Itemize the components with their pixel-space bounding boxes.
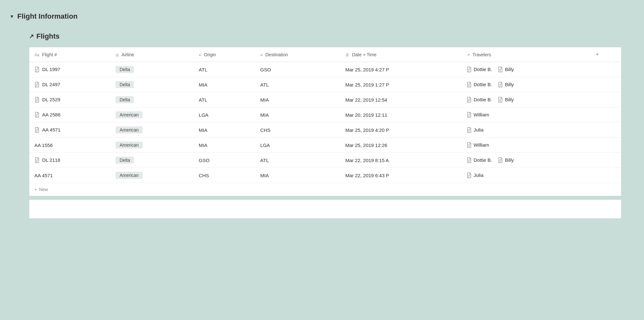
origin-value: LGA <box>199 112 208 118</box>
traveler-name: Dottie B. <box>474 82 492 87</box>
destination-value: MIA <box>260 173 269 178</box>
cell-travelers: William <box>461 107 591 123</box>
table-row[interactable]: DL 2118 DeltaGSOATLMar 22, 2019 8:15 A D… <box>29 153 621 168</box>
cell-airline: American <box>110 168 194 183</box>
table-row[interactable]: DL 2497 DeltaMIAATLMar 25, 2019 1:27 P D… <box>29 77 621 92</box>
traveler-name: Dottie B. <box>474 97 492 102</box>
traveler-name: Billy <box>505 67 514 72</box>
cell-add <box>591 62 621 77</box>
traveler-doc-icon <box>467 142 472 148</box>
airline-badge: Delta <box>116 81 134 88</box>
cell-travelers: Dottie B. Billy <box>461 62 591 77</box>
doc-icon <box>34 127 40 133</box>
traveler-item: William <box>467 142 489 148</box>
flights-title: ↗ Flights <box>29 32 621 41</box>
datetime-value: Mar 25, 2019 4:27 P <box>346 67 389 72</box>
traveler-name: Billy <box>505 82 514 87</box>
table-row[interactable]: AA 2586 AmericanLGAMIAMar 20, 2019 12:11… <box>29 107 621 123</box>
airline-badge: Delta <box>116 157 134 164</box>
flights-table: Aa Flight # ◎ Airline ≡ Origin ≡ <box>29 47 621 183</box>
cell-add <box>591 77 621 92</box>
doc-icon <box>34 97 40 103</box>
cell-destination: LGA <box>255 138 340 153</box>
cell-datetime: Mar 25, 2019 12:26 <box>340 138 461 153</box>
cell-airline: Delta <box>110 77 194 92</box>
doc-icon <box>34 157 40 163</box>
cell-add <box>591 92 621 107</box>
destination-value: CHS <box>260 127 270 133</box>
cell-add <box>591 107 621 123</box>
page-container: ▼ Flight Information ↗ Flights Aa Flight… <box>0 0 644 235</box>
origin-value: MIA <box>199 142 207 148</box>
flight-num-value: DL 2118 <box>42 157 60 163</box>
destination-value: LGA <box>260 142 270 148</box>
destination-value: ATL <box>260 158 269 163</box>
flight-num-value: AA 4571 <box>34 173 53 178</box>
table-row[interactable]: AA 4571 AmericanMIACHSMar 25, 2019 4:20 … <box>29 123 621 138</box>
cell-flight-num: DL 2529 <box>29 92 110 107</box>
cell-airline: Delta <box>110 92 194 107</box>
datetime-value: Mar 25, 2019 4:20 P <box>346 127 389 133</box>
destination-value: GSO <box>260 67 271 72</box>
origin-value: GSO <box>199 158 209 163</box>
cell-flight-num: DL 2118 <box>29 153 110 168</box>
table-row[interactable]: DL 1997 DeltaATLGSOMar 25, 2019 4:27 P D… <box>29 62 621 77</box>
table-row[interactable]: AA 4571AmericanCHSMIAMar 22, 2019 6:43 P… <box>29 168 621 183</box>
new-row-label: New <box>39 187 48 192</box>
cell-airline: American <box>110 138 194 153</box>
table-header: Aa Flight # ◎ Airline ≡ Origin ≡ <box>29 47 621 62</box>
traveler-name: Julia <box>474 127 484 133</box>
col-header-travelers[interactable]: ↗ Travelers <box>461 47 591 62</box>
flights-heading: Flights <box>36 32 60 41</box>
col-header-airline[interactable]: ◎ Airline <box>110 47 194 62</box>
cell-add <box>591 153 621 168</box>
col-header-datetime[interactable]: 🗓 Date + Time <box>340 47 461 62</box>
traveler-item: Billy <box>498 157 514 163</box>
col-header-destination[interactable]: ≡ Destination <box>255 47 340 62</box>
text-format-icon: Aa <box>34 53 39 57</box>
traveler-doc-icon <box>467 67 472 72</box>
col-label-origin: Origin <box>204 52 216 57</box>
flight-num-value: AA 1556 <box>34 142 53 148</box>
traveler-item: Julia <box>467 172 484 178</box>
traveler-doc-icon <box>467 97 472 103</box>
traveler-item: Dottie B. <box>467 157 492 163</box>
cell-travelers: Dottie B. Billy <box>461 153 591 168</box>
col-header-origin[interactable]: ≡ Origin <box>194 47 255 62</box>
flight-num-value: DL 2497 <box>42 82 60 87</box>
cell-travelers: William <box>461 138 591 153</box>
cell-destination: ATL <box>255 77 340 92</box>
airline-badge: American <box>116 126 142 133</box>
table-body: DL 1997 DeltaATLGSOMar 25, 2019 4:27 P D… <box>29 62 621 183</box>
airline-badge: American <box>116 142 142 149</box>
section-title: Flight Information <box>17 12 78 21</box>
cell-datetime: Mar 25, 2019 4:27 P <box>340 62 461 77</box>
airline-badge: American <box>116 172 142 179</box>
cell-destination: GSO <box>255 62 340 77</box>
cell-origin: ATL <box>194 62 255 77</box>
cell-add <box>591 138 621 153</box>
section-header[interactable]: ▼ Flight Information <box>10 6 634 26</box>
cell-destination: CHS <box>255 123 340 138</box>
origin-value: CHS <box>199 173 209 178</box>
datetime-value: Mar 25, 2019 1:27 P <box>346 82 389 87</box>
traveler-item: Billy <box>498 97 514 103</box>
traveler-item: William <box>467 112 489 118</box>
cell-travelers: Dottie B. Billy <box>461 92 591 107</box>
table-row[interactable]: AA 1556AmericanMIALGAMar 25, 2019 12:26 … <box>29 138 621 153</box>
cell-origin: MIA <box>194 138 255 153</box>
traveler-name: William <box>474 142 489 148</box>
traveler-doc-icon <box>467 112 472 118</box>
destination-value: MIA <box>260 112 269 118</box>
origin-value: MIA <box>199 82 207 87</box>
add-column-button[interactable]: + <box>591 47 621 62</box>
table-row[interactable]: DL 2529 DeltaATLMIAMar 22, 2019 12:54 Do… <box>29 92 621 107</box>
col-header-flight-num[interactable]: Aa Flight # <box>29 47 110 62</box>
new-row-button[interactable]: + New <box>29 183 621 196</box>
traveler-name: Dottie B. <box>474 157 492 163</box>
cell-origin: ATL <box>194 92 255 107</box>
cell-datetime: Mar 25, 2019 4:20 P <box>340 123 461 138</box>
airline-badge: Delta <box>116 96 134 103</box>
flight-num-value: DL 1997 <box>42 67 60 72</box>
flights-section: ↗ Flights Aa Flight # ◎ Airline <box>10 26 634 228</box>
